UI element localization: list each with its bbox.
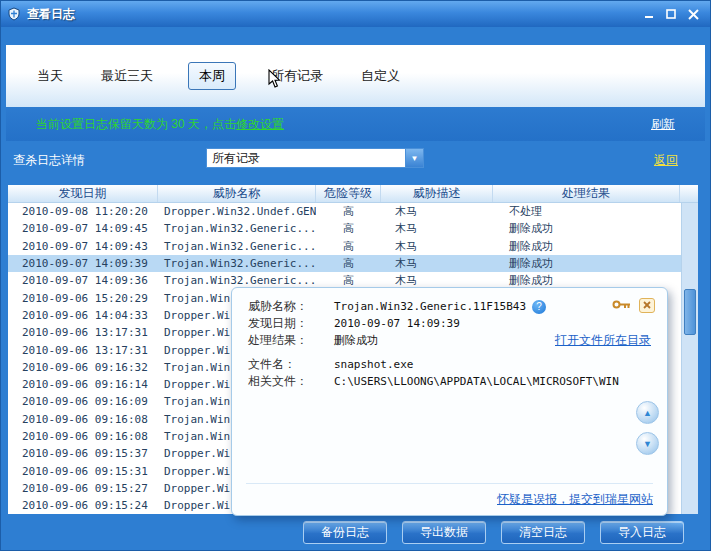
table-cell: 2010-09-06 09:15:27 <box>8 482 158 495</box>
table-cell: 木马 <box>381 204 493 219</box>
column-header-1[interactable]: 威胁名称 <box>158 185 316 202</box>
tab-last-three-days[interactable]: 最近三天 <box>98 63 156 89</box>
back-link[interactable]: 返回 <box>654 152 678 169</box>
record-type-dropdown[interactable]: 所有记录 ▼ <box>206 148 424 168</box>
table-cell: 木马 <box>381 239 493 254</box>
popup-toolbar <box>612 296 655 314</box>
table-row[interactable]: 2010-09-07 14:09:43Trojan.Win32.Generic.… <box>8 238 681 255</box>
log-retention-text: 当前设置日志保留天数为 30 天，点击修改设置 <box>36 116 284 133</box>
table-cell: 2010-09-06 09:15:24 <box>8 499 158 512</box>
table-cell: 高 <box>316 204 381 219</box>
table-cell: 高 <box>316 256 381 271</box>
detail-label: 处理结果： <box>248 332 334 349</box>
window-controls <box>638 5 704 23</box>
column-header-3[interactable]: 威胁描述 <box>381 185 493 202</box>
table-cell: 2010-09-06 09:15:37 <box>8 447 158 460</box>
table-cell: 2010-09-06 09:16:08 <box>8 430 158 443</box>
table-cell: 2010-09-06 14:04:33 <box>8 309 158 322</box>
tabstrip: 当天最近三天本周所有记录自定义 <box>6 45 705 107</box>
column-header-4[interactable]: 处理结果 <box>493 185 680 202</box>
popup-footer: 怀疑是误报，提交到瑞星网站 <box>246 483 653 508</box>
table-cell: Dropper.Win32.Undef.GEN <box>158 205 316 218</box>
detail-label: 相关文件： <box>248 373 334 390</box>
detail-field-file-name: 文件名：snapshot.exe <box>248 356 651 373</box>
detail-value: 2010-09-07 14:09:39 <box>334 317 460 330</box>
table-cell: 木马 <box>381 221 493 236</box>
table-cell: 2010-09-06 09:16:14 <box>8 378 158 391</box>
detail-value: C:\USERS\LLOONG\APPDATA\LOCAL\MICROSOFT\… <box>334 375 619 388</box>
help-icon[interactable]: ? <box>532 300 546 314</box>
dropdown-selected-value: 所有记录 <box>207 149 405 167</box>
footer-buttons: 备份日志导出数据清空日志导入日志 <box>303 521 684 544</box>
detail-field-related-files: 相关文件：C:\USERS\LLOONG\APPDATA\LOCAL\MICRO… <box>248 373 651 390</box>
tab-this-week[interactable]: 本周 <box>188 62 236 90</box>
log-viewer-window: 查看日志 当天最近三天本周所有记录自定义 当前设置日志保留天数为 30 天，点击… <box>0 0 711 551</box>
close-button[interactable] <box>682 5 704 23</box>
clear-log-button[interactable]: 清空日志 <box>501 521 585 544</box>
table-cell: 2010-09-07 14:09:36 <box>8 274 158 287</box>
table-cell: 2010-09-07 14:09:43 <box>8 240 158 253</box>
table-cell: Trojan.Win32.Generic... <box>158 240 316 253</box>
import-log-button[interactable]: 导入日志 <box>600 521 684 544</box>
table-cell: 2010-09-06 09:16:09 <box>8 395 158 408</box>
detail-field-threat-name: 威胁名称：Trojan.Win32.Generic.11F15B43? <box>248 298 651 315</box>
table-cell: 高 <box>316 239 381 254</box>
table-row[interactable]: 2010-09-08 11:20:20Dropper.Win32.Undef.G… <box>8 203 681 220</box>
table-cell: 2010-09-06 13:17:31 <box>8 326 158 339</box>
maximize-button[interactable] <box>660 5 682 23</box>
detail-value: snapshot.exe <box>334 358 413 371</box>
table-cell: 木马 <box>381 256 493 271</box>
refresh-link[interactable]: 刷新 <box>651 116 675 133</box>
tab-all-records[interactable]: 所有记录 <box>268 63 326 89</box>
export-data-button[interactable]: 导出数据 <box>402 521 486 544</box>
table-row[interactable]: 2010-09-07 14:09:39Trojan.Win32.Generic.… <box>8 255 681 272</box>
tab-today[interactable]: 当天 <box>34 63 66 89</box>
scroll-up-button[interactable]: ▲ <box>636 401 659 424</box>
table-cell: Trojan.Win32.Generic... <box>158 257 316 270</box>
table-cell: 2010-09-06 13:17:31 <box>8 344 158 357</box>
detail-label: 发现日期： <box>248 315 334 332</box>
table-cell: 高 <box>316 221 381 236</box>
open-file-directory-link[interactable]: 打开文件所在目录 <box>555 332 651 349</box>
detail-label: 威胁名称： <box>248 298 334 315</box>
key-icon[interactable] <box>612 296 631 314</box>
column-header-2[interactable]: 危险等级 <box>316 185 381 202</box>
tab-custom[interactable]: 自定义 <box>358 63 403 89</box>
window-title: 查看日志 <box>27 6 75 23</box>
table-row[interactable]: 2010-09-07 14:09:45Trojan.Win32.Generic.… <box>8 220 681 237</box>
table-cell: 2010-09-06 09:16:32 <box>8 361 158 374</box>
infobar: 当前设置日志保留天数为 30 天，点击修改设置 刷新 <box>6 107 705 141</box>
table-cell: 删除成功 <box>493 239 680 254</box>
table-cell: 2010-09-06 15:20:29 <box>8 292 158 305</box>
report-false-positive-link[interactable]: 怀疑是误报，提交到瑞星网站 <box>497 492 653 506</box>
scrollbar-thumb[interactable] <box>684 289 696 335</box>
detail-value: 删除成功 <box>334 333 378 348</box>
app-shield-icon <box>7 7 21 21</box>
table-cell: 2010-09-07 14:09:39 <box>8 257 158 270</box>
detail-label: 文件名： <box>248 356 334 373</box>
minimize-button[interactable] <box>638 5 660 23</box>
table-cell: 2010-09-07 14:09:45 <box>8 222 158 235</box>
threat-detail-popup: 威胁名称：Trojan.Win32.Generic.11F15B43?发现日期：… <box>231 287 668 516</box>
table-cell: 2010-09-06 09:16:08 <box>8 413 158 426</box>
popup-close-icon[interactable] <box>639 298 655 313</box>
chevron-down-icon[interactable]: ▼ <box>405 149 423 167</box>
table-cell: 删除成功 <box>493 221 680 236</box>
table-cell: Trojan.Win32.Generic... <box>158 274 316 287</box>
table-header: 发现日期威胁名称危险等级威胁描述处理结果 <box>8 185 698 203</box>
table-scrollbar[interactable] <box>681 203 698 514</box>
modify-settings-link[interactable]: 修改设置 <box>236 117 284 131</box>
table-cell: 2010-09-06 09:15:31 <box>8 465 158 478</box>
column-header-0[interactable]: 发现日期 <box>8 185 158 202</box>
table-cell: 2010-09-08 11:20:20 <box>8 205 158 218</box>
detail-field-found-date: 发现日期：2010-09-07 14:09:39 <box>248 315 651 332</box>
table-cell: 删除成功 <box>493 256 680 271</box>
filter-label: 查杀日志详情 <box>13 152 85 169</box>
scroll-down-button[interactable]: ▼ <box>636 432 659 455</box>
table-cell: Trojan.Win32.Generic... <box>158 222 316 235</box>
detail-value: Trojan.Win32.Generic.11F15B43 <box>334 300 526 313</box>
titlebar: 查看日志 <box>1 1 710 27</box>
table-cell: 不处理 <box>493 204 680 219</box>
backup-log-button[interactable]: 备份日志 <box>303 521 387 544</box>
